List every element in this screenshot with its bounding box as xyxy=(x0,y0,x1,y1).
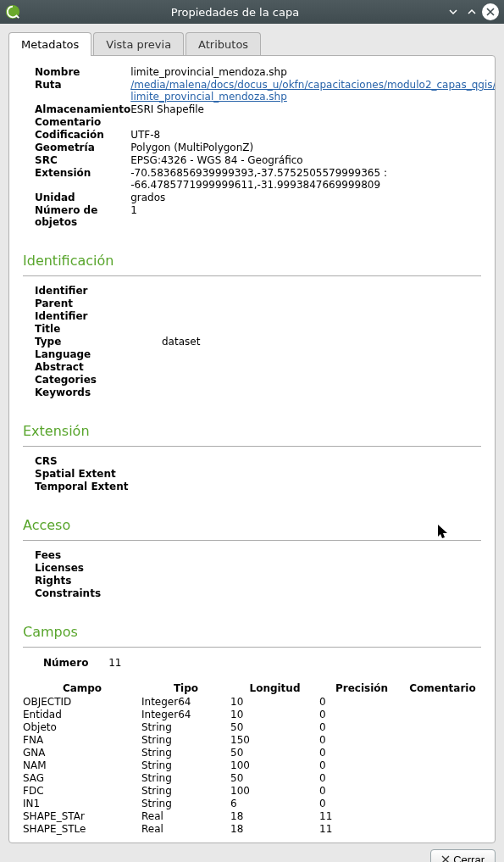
table-row: GNAString500 xyxy=(23,747,481,759)
cell-length: 50 xyxy=(230,772,319,785)
tab-metadata[interactable]: Metadatos xyxy=(8,32,91,56)
value-geometry: Polygon (MultiPolygonZ) xyxy=(130,142,495,154)
table-row: FNAString1500 xyxy=(23,734,481,747)
tab-attributes[interactable]: Atributos xyxy=(186,32,261,56)
label-comment: Comentario xyxy=(23,116,130,129)
cell-type: Real xyxy=(141,810,230,823)
cell-name: GNA xyxy=(23,747,141,759)
panel: Nombre limite_provincial_mendoza.shp Rut… xyxy=(8,55,496,843)
label-categories: Categories xyxy=(35,374,119,387)
cell-length: 6 xyxy=(230,798,319,810)
cell-length: 100 xyxy=(230,759,319,772)
label-type: Type xyxy=(35,336,119,348)
table-row: IN1String60 xyxy=(23,798,481,810)
section-access: Acceso xyxy=(23,517,481,533)
cell-type: String xyxy=(141,734,230,747)
label-rights: Rights xyxy=(23,575,481,587)
divider xyxy=(23,647,481,648)
label-ext-temporal: Temporal Extent xyxy=(23,481,481,493)
cell-prec: 11 xyxy=(319,810,404,823)
path-line2: limite_provincial_mendoza.shp xyxy=(130,91,287,103)
cell-comment xyxy=(404,785,481,798)
tab-preview[interactable]: Vista previa xyxy=(93,32,184,56)
metadata-scroll[interactable]: Nombre limite_provincial_mendoza.shp Rut… xyxy=(9,56,495,843)
value-numero: 11 xyxy=(108,657,121,669)
cell-name: SHAPE_STAr xyxy=(23,810,141,823)
cell-prec: 0 xyxy=(319,798,404,810)
cell-length: 150 xyxy=(230,734,319,747)
col-campo: Campo xyxy=(23,682,141,694)
cell-type: Integer64 xyxy=(141,709,230,721)
col-precision: Precisión xyxy=(319,682,404,694)
field-count: Número 11 xyxy=(23,656,481,670)
table-row: NAMString1000 xyxy=(23,759,481,772)
minimize-icon[interactable] xyxy=(445,3,462,20)
x-icon xyxy=(441,854,450,862)
cell-name: Entidad xyxy=(23,709,141,721)
cell-comment xyxy=(404,696,481,709)
label-extent: Extensión xyxy=(23,167,130,192)
divider xyxy=(23,540,481,541)
label-geometry: Geometría xyxy=(23,142,130,154)
label-fees: Fees xyxy=(23,549,481,562)
cell-prec: 0 xyxy=(319,696,404,709)
table-row: ObjetoString500 xyxy=(23,721,481,734)
cell-type: String xyxy=(141,785,230,798)
path-line1: /media/malena/docs/docus_u/okfn/capacita… xyxy=(130,79,495,91)
label-keywords: Keywords xyxy=(35,387,119,399)
cell-prec: 0 xyxy=(319,709,404,721)
label-path: Ruta xyxy=(23,79,130,103)
label-language: Language xyxy=(35,348,119,361)
divider xyxy=(23,446,481,447)
label-licenses: Licenses xyxy=(23,562,481,575)
fields-body: OBJECTIDInteger64100EntidadInteger64100O… xyxy=(23,696,481,836)
value-storage: ESRI Shapefile xyxy=(130,103,495,116)
table-row: SAGString500 xyxy=(23,772,481,785)
cell-comment xyxy=(404,721,481,734)
value-comment xyxy=(130,116,495,129)
info-table: Nombre limite_provincial_mendoza.shp Rut… xyxy=(23,66,495,229)
cell-name: SHAPE_STLe xyxy=(23,823,141,836)
close-icon[interactable] xyxy=(482,3,499,20)
label-name: Nombre xyxy=(23,66,130,79)
fields-header: Campo Tipo Longitud Precisión Comentario xyxy=(23,681,481,696)
window-title: Propiedades de la capa xyxy=(27,6,443,19)
cell-comment xyxy=(404,709,481,721)
section-extent: Extensión xyxy=(23,423,481,439)
table-row: FDCString1000 xyxy=(23,785,481,798)
label-abstract: Abstract xyxy=(35,361,119,374)
cell-name: OBJECTID xyxy=(23,696,141,709)
label-ext-spatial: Spatial Extent xyxy=(23,468,481,481)
cell-type: Real xyxy=(141,823,230,836)
table-row: SHAPE_STArReal1811 xyxy=(23,810,481,823)
label-featcount: Número de objetos xyxy=(23,204,130,229)
cell-name: Objeto xyxy=(23,721,141,734)
cell-prec: 0 xyxy=(319,785,404,798)
cell-name: NAM xyxy=(23,759,141,772)
cell-comment xyxy=(404,823,481,836)
value-encoding: UTF-8 xyxy=(130,129,495,142)
section-ident: Identificación xyxy=(23,253,481,269)
cell-type: String xyxy=(141,798,230,810)
cell-length: 50 xyxy=(230,747,319,759)
label-parent: Parent Identifier xyxy=(35,298,119,323)
value-unit: grados xyxy=(130,192,495,204)
label-title: Title xyxy=(35,323,119,336)
value-type: dataset xyxy=(162,336,200,348)
value-featcount: 1 xyxy=(130,204,495,229)
cell-prec: 0 xyxy=(319,721,404,734)
cell-comment xyxy=(404,772,481,785)
cell-prec: 11 xyxy=(319,823,404,836)
value-path-link[interactable]: /media/malena/docs/docus_u/okfn/capacita… xyxy=(130,79,495,103)
cell-type: String xyxy=(141,721,230,734)
cell-prec: 0 xyxy=(319,772,404,785)
app-icon xyxy=(5,4,20,19)
table-row: OBJECTIDInteger64100 xyxy=(23,696,481,709)
tabbar: Metadatos Vista previa Atributos xyxy=(0,24,504,56)
close-button[interactable]: Cerrar xyxy=(430,849,496,862)
cell-comment xyxy=(404,759,481,772)
maximize-icon[interactable] xyxy=(463,3,480,20)
col-longitud: Longitud xyxy=(230,682,319,694)
value-extent: -70.5836856939999393,-37.575250557999936… xyxy=(130,167,495,192)
cell-comment xyxy=(404,798,481,810)
